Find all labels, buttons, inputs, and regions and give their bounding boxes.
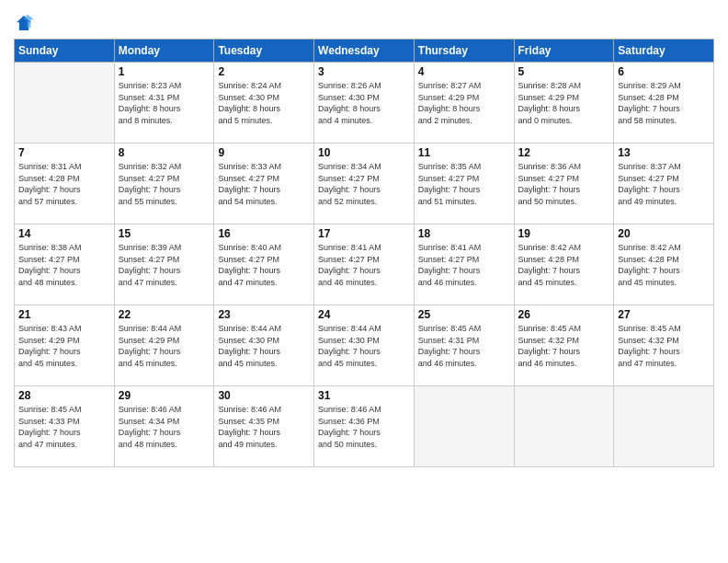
day-number: 10 xyxy=(318,146,410,159)
weekday-header-wednesday: Wednesday xyxy=(314,40,415,63)
day-number: 16 xyxy=(218,227,310,240)
calendar-cell: 7Sunrise: 8:31 AM Sunset: 4:28 PM Daylig… xyxy=(15,144,115,224)
calendar-cell: 15Sunrise: 8:39 AM Sunset: 4:27 PM Dayli… xyxy=(114,224,214,305)
day-info: Sunrise: 8:23 AM Sunset: 4:31 PM Dayligh… xyxy=(119,80,210,126)
day-info: Sunrise: 8:24 AM Sunset: 4:30 PM Dayligh… xyxy=(218,80,310,126)
day-info: Sunrise: 8:41 AM Sunset: 4:27 PM Dayligh… xyxy=(418,242,510,288)
day-number: 24 xyxy=(318,308,410,321)
calendar-cell xyxy=(614,386,714,467)
day-info: Sunrise: 8:46 AM Sunset: 4:34 PM Dayligh… xyxy=(119,404,210,450)
day-info: Sunrise: 8:41 AM Sunset: 4:27 PM Dayligh… xyxy=(318,242,410,288)
day-info: Sunrise: 8:31 AM Sunset: 4:28 PM Dayligh… xyxy=(18,161,110,207)
logo xyxy=(14,13,38,33)
calendar-cell: 27Sunrise: 8:45 AM Sunset: 4:32 PM Dayli… xyxy=(614,305,714,386)
day-number: 21 xyxy=(18,308,110,321)
calendar-cell: 22Sunrise: 8:44 AM Sunset: 4:29 PM Dayli… xyxy=(114,305,214,386)
calendar-cell: 24Sunrise: 8:44 AM Sunset: 4:30 PM Dayli… xyxy=(314,305,415,386)
day-number: 12 xyxy=(518,146,610,159)
weekday-header-tuesday: Tuesday xyxy=(214,40,314,63)
day-number: 4 xyxy=(418,65,510,78)
calendar-week-row: 14Sunrise: 8:38 AM Sunset: 4:27 PM Dayli… xyxy=(15,224,714,305)
calendar-cell xyxy=(15,63,115,144)
calendar-cell: 30Sunrise: 8:46 AM Sunset: 4:35 PM Dayli… xyxy=(214,386,314,467)
day-number: 25 xyxy=(418,308,510,321)
day-info: Sunrise: 8:29 AM Sunset: 4:28 PM Dayligh… xyxy=(618,80,710,126)
calendar-cell: 6Sunrise: 8:29 AM Sunset: 4:28 PM Daylig… xyxy=(614,63,714,144)
calendar-cell xyxy=(514,386,614,467)
calendar-cell: 5Sunrise: 8:28 AM Sunset: 4:29 PM Daylig… xyxy=(514,63,614,144)
calendar-week-row: 21Sunrise: 8:43 AM Sunset: 4:29 PM Dayli… xyxy=(15,305,714,386)
calendar-cell: 10Sunrise: 8:34 AM Sunset: 4:27 PM Dayli… xyxy=(314,144,415,224)
day-info: Sunrise: 8:34 AM Sunset: 4:27 PM Dayligh… xyxy=(318,161,410,207)
day-info: Sunrise: 8:40 AM Sunset: 4:27 PM Dayligh… xyxy=(218,242,310,288)
calendar-header-row: SundayMondayTuesdayWednesdayThursdayFrid… xyxy=(15,40,714,63)
day-info: Sunrise: 8:35 AM Sunset: 4:27 PM Dayligh… xyxy=(418,161,510,207)
calendar-cell: 4Sunrise: 8:27 AM Sunset: 4:29 PM Daylig… xyxy=(414,63,514,144)
day-number: 31 xyxy=(318,389,410,402)
weekday-header-thursday: Thursday xyxy=(414,40,514,63)
day-number: 7 xyxy=(18,146,110,159)
day-number: 6 xyxy=(618,65,710,78)
calendar-cell: 9Sunrise: 8:33 AM Sunset: 4:27 PM Daylig… xyxy=(214,144,314,224)
day-info: Sunrise: 8:45 AM Sunset: 4:32 PM Dayligh… xyxy=(518,323,610,369)
calendar-week-row: 7Sunrise: 8:31 AM Sunset: 4:28 PM Daylig… xyxy=(15,144,714,224)
calendar-cell: 29Sunrise: 8:46 AM Sunset: 4:34 PM Dayli… xyxy=(114,386,214,467)
day-number: 15 xyxy=(119,227,210,240)
day-number: 17 xyxy=(318,227,410,240)
calendar-cell: 20Sunrise: 8:42 AM Sunset: 4:28 PM Dayli… xyxy=(614,224,714,305)
calendar-cell: 16Sunrise: 8:40 AM Sunset: 4:27 PM Dayli… xyxy=(214,224,314,305)
calendar-cell: 25Sunrise: 8:45 AM Sunset: 4:31 PM Dayli… xyxy=(414,305,514,386)
calendar-cell: 2Sunrise: 8:24 AM Sunset: 4:30 PM Daylig… xyxy=(214,63,314,144)
day-info: Sunrise: 8:39 AM Sunset: 4:27 PM Dayligh… xyxy=(119,242,210,288)
calendar-cell: 26Sunrise: 8:45 AM Sunset: 4:32 PM Dayli… xyxy=(514,305,614,386)
day-number: 22 xyxy=(119,308,210,321)
day-info: Sunrise: 8:43 AM Sunset: 4:29 PM Dayligh… xyxy=(18,323,110,369)
calendar-table: SundayMondayTuesdayWednesdayThursdayFrid… xyxy=(14,39,714,467)
weekday-header-saturday: Saturday xyxy=(614,40,714,63)
calendar-cell: 14Sunrise: 8:38 AM Sunset: 4:27 PM Dayli… xyxy=(15,224,115,305)
logo-icon xyxy=(14,13,34,33)
day-number: 5 xyxy=(518,65,610,78)
day-info: Sunrise: 8:27 AM Sunset: 4:29 PM Dayligh… xyxy=(418,80,510,126)
day-number: 19 xyxy=(518,227,610,240)
calendar-cell: 3Sunrise: 8:26 AM Sunset: 4:30 PM Daylig… xyxy=(314,63,415,144)
calendar-cell: 1Sunrise: 8:23 AM Sunset: 4:31 PM Daylig… xyxy=(114,63,214,144)
page: SundayMondayTuesdayWednesdayThursdayFrid… xyxy=(0,0,728,563)
calendar-cell: 31Sunrise: 8:46 AM Sunset: 4:36 PM Dayli… xyxy=(314,386,415,467)
day-number: 1 xyxy=(119,65,210,78)
calendar-week-row: 1Sunrise: 8:23 AM Sunset: 4:31 PM Daylig… xyxy=(15,63,714,144)
calendar-cell: 17Sunrise: 8:41 AM Sunset: 4:27 PM Dayli… xyxy=(314,224,415,305)
day-info: Sunrise: 8:44 AM Sunset: 4:29 PM Dayligh… xyxy=(119,323,210,369)
weekday-header-friday: Friday xyxy=(514,40,614,63)
calendar-cell: 28Sunrise: 8:45 AM Sunset: 4:33 PM Dayli… xyxy=(15,386,115,467)
day-number: 11 xyxy=(418,146,510,159)
day-info: Sunrise: 8:42 AM Sunset: 4:28 PM Dayligh… xyxy=(518,242,610,288)
day-info: Sunrise: 8:37 AM Sunset: 4:27 PM Dayligh… xyxy=(618,161,710,207)
calendar-cell: 8Sunrise: 8:32 AM Sunset: 4:27 PM Daylig… xyxy=(114,144,214,224)
calendar-cell: 21Sunrise: 8:43 AM Sunset: 4:29 PM Dayli… xyxy=(15,305,115,386)
day-number: 27 xyxy=(618,308,710,321)
header xyxy=(14,9,714,33)
calendar-cell: 11Sunrise: 8:35 AM Sunset: 4:27 PM Dayli… xyxy=(414,144,514,224)
day-number: 20 xyxy=(618,227,710,240)
day-info: Sunrise: 8:45 AM Sunset: 4:33 PM Dayligh… xyxy=(18,404,110,450)
calendar-cell: 23Sunrise: 8:44 AM Sunset: 4:30 PM Dayli… xyxy=(214,305,314,386)
calendar-cell xyxy=(414,386,514,467)
day-info: Sunrise: 8:33 AM Sunset: 4:27 PM Dayligh… xyxy=(218,161,310,207)
day-info: Sunrise: 8:45 AM Sunset: 4:32 PM Dayligh… xyxy=(618,323,710,369)
day-number: 14 xyxy=(18,227,110,240)
day-info: Sunrise: 8:36 AM Sunset: 4:27 PM Dayligh… xyxy=(518,161,610,207)
calendar-cell: 12Sunrise: 8:36 AM Sunset: 4:27 PM Dayli… xyxy=(514,144,614,224)
weekday-header-sunday: Sunday xyxy=(15,40,115,63)
day-info: Sunrise: 8:45 AM Sunset: 4:31 PM Dayligh… xyxy=(418,323,510,369)
day-number: 3 xyxy=(318,65,410,78)
weekday-header-monday: Monday xyxy=(114,40,214,63)
day-number: 9 xyxy=(218,146,310,159)
day-info: Sunrise: 8:42 AM Sunset: 4:28 PM Dayligh… xyxy=(618,242,710,288)
calendar-week-row: 28Sunrise: 8:45 AM Sunset: 4:33 PM Dayli… xyxy=(15,386,714,467)
day-info: Sunrise: 8:26 AM Sunset: 4:30 PM Dayligh… xyxy=(318,80,410,126)
calendar-cell: 18Sunrise: 8:41 AM Sunset: 4:27 PM Dayli… xyxy=(414,224,514,305)
day-info: Sunrise: 8:46 AM Sunset: 4:35 PM Dayligh… xyxy=(218,404,310,450)
day-info: Sunrise: 8:28 AM Sunset: 4:29 PM Dayligh… xyxy=(518,80,610,126)
calendar-cell: 19Sunrise: 8:42 AM Sunset: 4:28 PM Dayli… xyxy=(514,224,614,305)
